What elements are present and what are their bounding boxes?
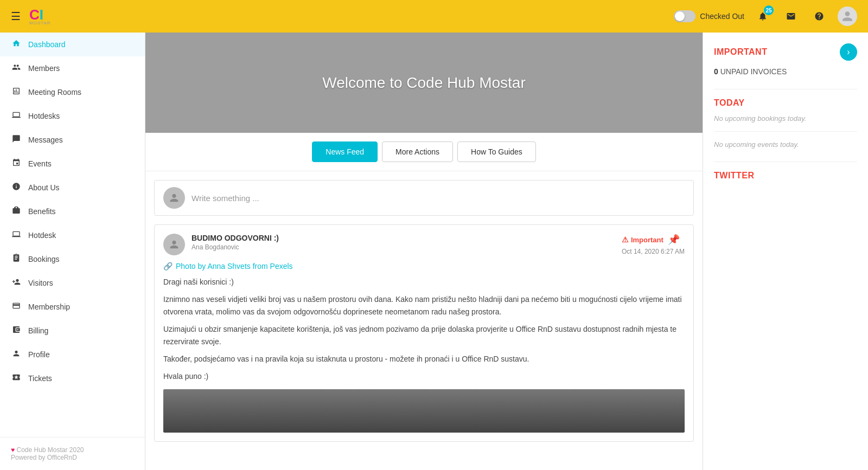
logo-ci: CI [29, 8, 51, 22]
user-avatar-icon [841, 10, 853, 22]
notifications-button[interactable]: 25 [753, 7, 773, 26]
user-avatar-topbar[interactable] [838, 7, 857, 26]
checked-out-toggle[interactable] [674, 10, 695, 22]
post-para-3: Također, podsjećamo vas i na pravila koj… [163, 353, 685, 365]
checked-out-label: Checked Out [700, 12, 744, 21]
rp-invoices-label: UNPAID INVOICES [720, 67, 787, 76]
sidebar-label-tickets: Tickets [28, 374, 52, 383]
rp-invoices-count: 0 [714, 67, 718, 76]
write-avatar [163, 187, 185, 209]
sidebar-item-messages[interactable]: Messages [0, 128, 145, 152]
sidebar-label-members: Members [28, 64, 60, 73]
write-box[interactable]: Write something ... [154, 180, 694, 216]
post-body: Dragi naši korisnici :) Iznimno nas vese… [163, 276, 685, 383]
sidebar-label-events: Events [28, 159, 52, 168]
post-badges: ⚠ Important 📌 Oct 14, 2020 6:27 AM [622, 234, 685, 255]
rp-twitter-title: TWITTER [714, 171, 755, 180]
hotdesk-icon [11, 230, 22, 241]
sidebar-label-visitors: Visitors [28, 279, 53, 287]
sidebar-item-members[interactable]: Members [0, 56, 145, 80]
topbar: ☰ CI MOSTAR Checked Out 25 [0, 0, 868, 33]
post-author: Ana Bogdanovic [192, 243, 622, 251]
sidebar-item-billing[interactable]: Billing [0, 319, 145, 343]
post-para-2: Uzimajući u obzir smanjenje kapacitete k… [163, 323, 685, 347]
visitors-icon [11, 278, 22, 288]
sidebar-label-billing: Billing [28, 326, 48, 335]
rp-no-events: No upcoming events today. [714, 140, 857, 149]
post-header: BUDIMO ODGOVORNI :) Ana Bogdanovic ⚠ Imp… [163, 234, 685, 255]
notification-badge: 25 [764, 5, 774, 15]
post-image [163, 389, 685, 433]
rp-arrow-button[interactable]: › [840, 43, 857, 61]
link-icon: 🔗 [163, 262, 173, 271]
sidebar-label-hotdesk: Hotdesk [28, 231, 56, 240]
mail-icon [786, 11, 796, 21]
post-avatar [163, 234, 185, 255]
sidebar-label-profile: Profile [28, 350, 50, 359]
write-placeholder[interactable]: Write something ... [192, 194, 259, 203]
rp-divider-1 [714, 89, 857, 89]
sidebar-item-meeting-rooms[interactable]: Meeting Rooms [0, 80, 145, 104]
sidebar-item-hotdesk[interactable]: Hotdesk [0, 223, 145, 247]
post-date: Oct 14, 2020 6:27 AM [622, 248, 685, 255]
write-user-icon [168, 192, 180, 204]
sidebar-item-profile[interactable]: Profile [0, 343, 145, 366]
post-badge-area: ⚠ Important 📌 Oct 14, 2020 6:27 AM [622, 234, 685, 255]
sidebar-label-membership: Membership [28, 302, 70, 311]
post-photo-link[interactable]: 🔗 Photo by Anna Shvets from Pexels [163, 262, 685, 271]
tab-more-actions[interactable]: More Actions [382, 141, 453, 162]
sidebar-item-events[interactable]: Events [0, 152, 145, 176]
post-para-1: Iznimno nas veseli vidjeti veliki broj v… [163, 293, 685, 318]
heart-icon: ♥ [11, 446, 15, 454]
sidebar-label-bookings: Bookings [28, 255, 60, 263]
sidebar-item-bookings[interactable]: Bookings [0, 247, 145, 271]
hero-banner: Welcome to Code Hub Mostar [145, 33, 703, 133]
rp-divider-3 [714, 162, 857, 162]
toggle-knob [675, 11, 685, 21]
warning-triangle-icon: ⚠ [622, 235, 629, 244]
rp-today-title: TODAY [714, 98, 745, 108]
sidebar-footer-text: Code Hub Mostar 2020 [16, 446, 84, 454]
sidebar-label-about-us: About Us [28, 183, 60, 192]
sidebar-item-dashboard[interactable]: Dashboard [0, 33, 145, 56]
sidebar-item-tickets[interactable]: Tickets [0, 366, 145, 390]
sidebar-label-hotdesks: Hotdesks [28, 112, 60, 120]
about-us-icon [11, 182, 22, 193]
rp-important-title: IMPORTANT [714, 47, 767, 57]
profile-icon [11, 349, 22, 360]
sidebar-item-membership[interactable]: Membership [0, 295, 145, 319]
mail-button[interactable] [781, 7, 801, 26]
help-circle-icon [814, 11, 824, 21]
sidebar-item-about-us[interactable]: About Us [0, 176, 145, 199]
tab-news-feed[interactable]: News Feed [312, 141, 378, 162]
sidebar-label-meeting-rooms: Meeting Rooms [28, 88, 81, 96]
tab-how-to-guides[interactable]: How To Guides [457, 141, 536, 162]
sidebar-label-dashboard: Dashboard [28, 40, 66, 49]
post-image-inner [163, 389, 685, 433]
sidebar-label-messages: Messages [28, 136, 63, 144]
help-button[interactable] [809, 7, 829, 26]
messages-icon [11, 134, 22, 145]
post-para-0: Dragi naši korisnici :) [163, 276, 685, 288]
hamburger-menu-icon[interactable]: ☰ [11, 10, 21, 23]
sidebar-item-benefits[interactable]: Benefits [0, 199, 145, 223]
post-item: BUDIMO ODGOVORNI :) Ana Bogdanovic ⚠ Imp… [154, 224, 694, 442]
hero-title: Welcome to Code Hub Mostar [322, 74, 526, 92]
sidebar-item-hotdesks[interactable]: Hotdesks [0, 104, 145, 128]
billing-icon [11, 325, 22, 336]
logo: CI MOSTAR [29, 8, 51, 25]
sidebar: Dashboard Members Meeting Rooms Hotdesks [0, 33, 145, 470]
post-para-4: Hvala puno :) [163, 370, 685, 382]
post-user-icon [168, 239, 180, 250]
people-icon [11, 63, 22, 74]
rp-invoices: 0 UNPAID INVOICES [714, 67, 857, 76]
meeting-rooms-icon [11, 87, 22, 98]
right-panel: IMPORTANT › 0 UNPAID INVOICES TODAY No u… [703, 33, 868, 470]
sidebar-item-visitors[interactable]: Visitors [0, 271, 145, 295]
bookings-icon [11, 254, 22, 265]
post-meta: BUDIMO ODGOVORNI :) Ana Bogdanovic [192, 234, 622, 251]
topbar-left: ☰ CI MOSTAR [11, 8, 51, 25]
home-icon [11, 39, 22, 50]
rp-important-section: IMPORTANT › 0 UNPAID INVOICES [714, 43, 857, 76]
hotdesks-icon [11, 111, 22, 121]
